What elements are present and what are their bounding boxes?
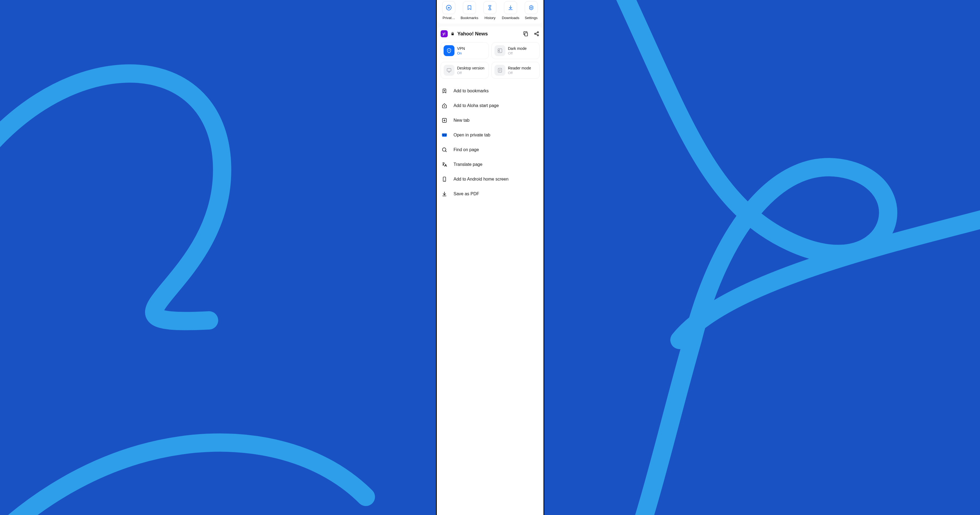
desktop-icon [444,65,455,76]
home-add-icon [441,102,448,109]
phone-icon [441,176,448,182]
toggle-title: Reader mode [508,66,531,70]
translate-page[interactable]: Translate page [441,157,540,172]
toggle-title: Desktop version [457,66,484,70]
menu-label: Translate page [453,162,482,167]
svg-rect-14 [445,135,446,136]
favicon: y! [441,30,448,37]
shortcut-private[interactable]: AI Privat… [439,1,458,20]
toggle-title: VPN [457,46,465,51]
shortcut-label: Bookmarks [460,16,478,20]
menu-label: Add to Aloha start page [453,103,499,108]
download-icon [441,191,448,197]
new-tab[interactable]: New tab [441,113,540,128]
vpn-toggle[interactable]: VPN On [441,42,489,59]
svg-rect-8 [447,69,451,71]
vpn-icon [444,45,455,56]
add-to-start-page[interactable]: Add to Aloha start page [441,98,540,113]
svg-rect-13 [443,135,444,136]
svg-point-2 [530,7,532,8]
toggle-status: Off [457,71,484,75]
menu-label: New tab [453,118,470,123]
toggle-status: Off [508,51,527,55]
add-to-home-screen[interactable]: Add to Android home screen [441,172,540,187]
find-on-page[interactable]: Find on page [441,142,540,157]
shortcut-label: History [484,16,495,20]
dark-mode-toggle[interactable]: Dark mode Off [492,42,540,59]
history-icon [483,1,496,14]
shortcut-bookmarks[interactable]: Bookmarks [460,1,479,20]
page-title: Yahoo! News [458,31,520,37]
private-tab-icon [441,132,448,138]
toggle-status: On [457,51,465,55]
dark-mode-icon [495,45,505,56]
download-icon [504,1,517,14]
bookmark-add-icon [441,88,448,94]
menu-label: Find on page [453,147,479,152]
svg-rect-12 [442,134,447,134]
menu-label: Save as PDF [453,191,479,196]
lock-icon [450,32,455,36]
shortcut-row: AI Privat… Bookmarks History Downloads [437,0,544,24]
copy-button[interactable] [523,31,529,37]
share-button[interactable] [534,31,540,37]
search-icon [441,147,448,153]
svg-rect-3 [525,33,527,36]
open-private-tab[interactable]: Open in private tab [441,128,540,142]
save-as-pdf[interactable]: Save as PDF [441,187,540,201]
new-tab-icon [441,117,448,124]
phone-screen: AI Privat… Bookmarks History Downloads [436,0,544,515]
svg-text:AI: AI [448,6,450,9]
reader-icon [495,65,505,76]
shortcut-settings[interactable]: Settings [522,1,541,20]
menu-label: Add to Android home screen [453,177,509,182]
shortcut-downloads[interactable]: Downloads [501,1,520,20]
shortcut-label: Settings [525,16,538,20]
translate-icon [441,161,448,168]
shortcut-label: Privat… [442,16,455,20]
bookmark-icon [463,1,476,14]
shortcut-label: Downloads [502,16,519,20]
reader-mode-toggle[interactable]: Reader mode Off [492,62,540,79]
page-header: y! Yahoo! News [441,30,540,37]
toggle-title: Dark mode [508,46,527,51]
toggle-status: Off [508,71,531,75]
page-actions-menu: Add to bookmarks Add to Aloha start page… [441,84,540,201]
menu-label: Add to bookmarks [453,89,489,93]
header-actions [523,31,540,37]
menu-label: Open in private tab [453,132,490,137]
action-sheet: y! Yahoo! News VPN On [437,26,544,515]
shortcut-history[interactable]: History [480,1,500,20]
add-to-bookmarks[interactable]: Add to bookmarks [441,84,540,98]
quick-toggles: VPN On Dark mode Off Desktop version [441,42,540,79]
desktop-version-toggle[interactable]: Desktop version Off [441,62,489,79]
private-icon: AI [442,1,455,14]
settings-icon [525,1,538,14]
